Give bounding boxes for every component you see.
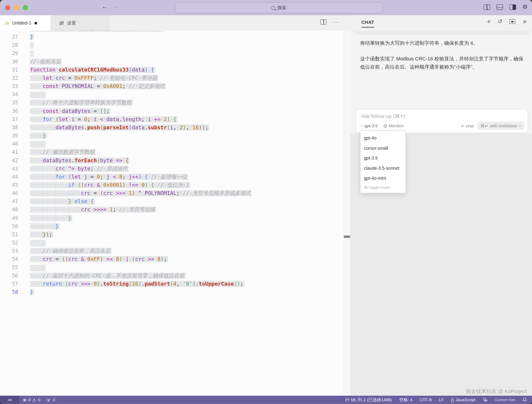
line-content: ····}: [30, 132, 47, 140]
code-line[interactable]: 43········crc·^=·byte;·//·异或操作: [0, 164, 344, 173]
code-line[interactable]: 34: [0, 90, 344, 99]
code-line[interactable]: 50········}: [0, 222, 344, 230]
code-line[interactable]: 29: [0, 49, 344, 57]
model-option-gpt-4o-mini[interactable]: gpt-4o-mini: [361, 173, 406, 183]
code-line[interactable]: 58}: [0, 288, 344, 296]
code-line[interactable]: 38········dataBytes.push(parseInt(data.s…: [0, 123, 344, 132]
gear-icon[interactable]: ⚙: [522, 5, 528, 10]
line-number: 58: [0, 288, 18, 296]
code-line[interactable]: 56····//·返回十六进制的·CRC·值，不包含前导零，确保低位在前: [0, 271, 344, 280]
line-number: 53: [0, 247, 18, 255]
status-notifications[interactable]: [522, 398, 527, 402]
code-line[interactable]: 26····//·计算并返回校验值，低位在前高位在后（示例）: [0, 31, 344, 33]
code-line[interactable]: 35····//·将十六进制字符串转换为字节数组: [0, 99, 344, 107]
app-window: ← → 搜索 ⚙ JS Untitled-1 设置: [0, 0, 532, 404]
expand-icon[interactable]: [510, 19, 516, 24]
code-line[interactable]: 51····});: [0, 230, 344, 239]
forward-arrow-icon[interactable]: →: [112, 3, 120, 10]
code-line[interactable]: 32····let·crc·=·0xFFFF;·//·初始化·CRC·寄存器: [0, 74, 344, 82]
code-line[interactable]: 41····//·遍历数据字节数组: [0, 148, 344, 156]
new-chat-icon[interactable]: +: [487, 19, 491, 24]
code-line[interactable]: 44········for·(let·j·=·0;·j·<·8;·j++)·{·…: [0, 173, 344, 181]
code-line[interactable]: 45············if·((crc·&·0x0001)·!==·0)·…: [0, 181, 344, 189]
toggle-sidebar-icon[interactable]: [509, 5, 516, 10]
status-indentation[interactable]: 空格: 4: [399, 397, 412, 403]
code-line[interactable]: 40: [0, 140, 344, 148]
code-line[interactable]: 49············}: [0, 214, 344, 222]
line-number: 42: [0, 156, 18, 164]
close-icon[interactable]: ✕: [523, 19, 527, 24]
model-option-gpt-4o[interactable]: gpt-4o: [361, 133, 406, 143]
code-line[interactable]: 55: [0, 263, 344, 271]
followup-input[interactable]: [361, 113, 519, 120]
status-cursor-position[interactable]: 行 58, 列 2 (已选择1488): [345, 397, 392, 403]
minimize-traffic-light[interactable]: [14, 5, 19, 10]
status-language[interactable]: {}JavaScript: [451, 398, 476, 402]
with-codebase-button[interactable]: ⌘↵ with codebase ∨: [477, 122, 524, 130]
model-option-gpt-3.5[interactable]: gpt-3.5: [361, 153, 406, 163]
code-line[interactable]: 28: [0, 41, 344, 49]
line-content: ····crc·=·((crc·&·0xFF)·<<·8)·|·(crc·>>·…: [30, 255, 168, 263]
ports-indicator[interactable]: 0: [46, 398, 55, 402]
code-editor[interactable]: 26····//·计算并返回校验值，低位在前高位在后（示例）27}28 29 3…: [0, 31, 344, 396]
tab-chat[interactable]: CHAT: [361, 20, 374, 25]
line-content: }: [30, 288, 34, 296]
split-rows-icon[interactable]: [497, 5, 503, 10]
status-hint[interactable]: [483, 398, 487, 402]
line-number: 57: [0, 280, 18, 288]
chat-submit[interactable]: ↵ chat: [461, 123, 474, 128]
split-columns-icon[interactable]: [484, 5, 490, 10]
code-line[interactable]: 57····return·(crc·>>>·0).toString(16).pa…: [0, 280, 344, 288]
code-line[interactable]: 48················crc·>>>=·1;·//·无符号右移: [0, 206, 344, 214]
more-actions-icon[interactable]: ···: [333, 20, 340, 24]
code-line[interactable]: 33····const·POLYNOMIAL·=·0xA001;·//·定义多项…: [0, 82, 344, 90]
code-line[interactable]: 36····const·dataBytes·=·[];: [0, 107, 344, 115]
code-line[interactable]: 46················crc·=·(crc·>>>·1)·^·PO…: [0, 189, 344, 197]
line-number: 29: [0, 49, 18, 57]
remote-indicator[interactable]: ><: [0, 396, 19, 404]
status-cursor-tab[interactable]: Cursor Tab: [494, 398, 515, 402]
divider-drag-handle[interactable]: [344, 236, 350, 238]
split-editor-icon[interactable]: [320, 19, 327, 25]
sliders-icon: [59, 21, 64, 25]
line-content: ············}·else·{: [30, 197, 95, 206]
tab-untitled-1[interactable]: JS Untitled-1: [0, 15, 51, 31]
status-bar: >< ⊗0 ⚠0 0 行 58, 列 2 (已选择1488)空格: 4UTF-8…: [0, 396, 532, 404]
line-number: 56: [0, 271, 18, 280]
model-selector[interactable]: gpt-3.5: [365, 123, 378, 128]
maximize-traffic-light[interactable]: [23, 5, 28, 10]
code-line[interactable]: 31function·calculateCRC16Modbus33(data)·…: [0, 66, 344, 74]
code-line[interactable]: 39····}: [0, 132, 344, 140]
line-number: 48: [0, 206, 18, 214]
mention-button[interactable]: @ Mention: [383, 123, 404, 128]
search-placeholder: 搜索: [277, 5, 287, 11]
code-line[interactable]: 42····dataBytes.forEach(byte·=>·{: [0, 156, 344, 164]
close-traffic-light[interactable]: [5, 5, 10, 10]
braces-icon: {}: [451, 398, 454, 402]
code-line[interactable]: 27}: [0, 33, 344, 41]
line-number: 52: [0, 239, 18, 247]
tab-settings[interactable]: 设置: [51, 15, 109, 31]
tab-label: 设置: [67, 20, 76, 26]
line-content: function·calculateCRC16Modbus33(data)·{: [30, 66, 155, 74]
model-option-claude-3.5-sonnet[interactable]: claude-3.5-sonnet: [361, 163, 406, 173]
line-content: ········crc·^=·byte;·//·异或操作: [30, 164, 129, 173]
status-eol[interactable]: LF: [439, 398, 444, 402]
search-input[interactable]: 搜索: [175, 2, 383, 13]
code-line[interactable]: 47············}·else·{: [0, 197, 344, 206]
code-line[interactable]: 30//·低前高后: [0, 57, 344, 66]
code-line[interactable]: 54····crc·=·((crc·&·0xFF)·<<·8)·|·(crc·>…: [0, 255, 344, 263]
model-option-cursor-small[interactable]: cursor-small: [361, 143, 406, 153]
problems-indicator[interactable]: ⊗0 ⚠0: [23, 398, 40, 403]
history-icon[interactable]: ↺: [498, 19, 502, 24]
code-line[interactable]: 37····for·(let·i·=·0;·i·<·data.length;·i…: [0, 115, 344, 123]
back-arrow-icon[interactable]: ←: [101, 3, 109, 10]
status-encoding[interactable]: UTF-8: [420, 398, 432, 402]
line-number: 51: [0, 230, 18, 239]
code-line[interactable]: 53····//·确保低位在前，高位在后: [0, 247, 344, 255]
error-icon: ⊗: [23, 398, 27, 403]
code-line[interactable]: 52: [0, 239, 344, 247]
line-content: ············if·((crc·&·0x0001)·!==·0)·{·…: [30, 181, 190, 189]
chat-panel-header: CHAT + ↺ ✕: [350, 15, 532, 32]
line-number: 41: [0, 148, 18, 156]
